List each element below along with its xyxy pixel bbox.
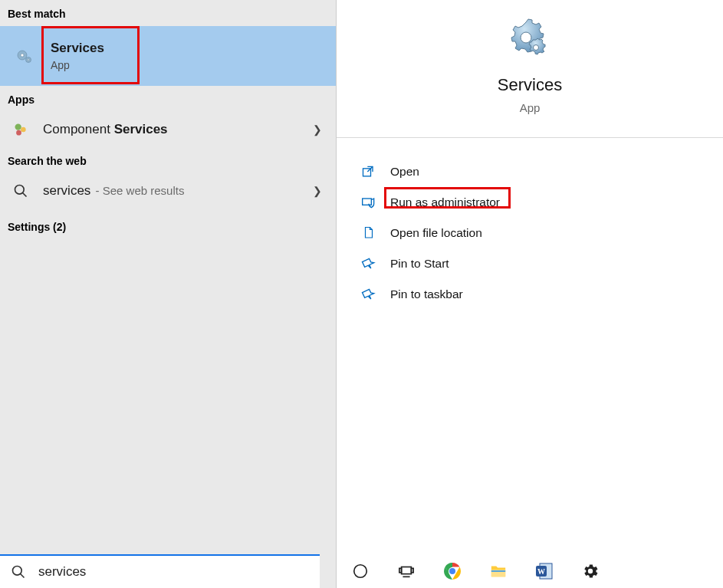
pin-icon: [360, 255, 378, 273]
search-input[interactable]: [38, 564, 309, 580]
apps-heading: Apps: [0, 86, 336, 112]
settings-gear-icon[interactable]: [580, 561, 600, 581]
svg-point-4: [15, 124, 21, 130]
svg-text:W: W: [537, 567, 545, 576]
svg-rect-24: [491, 570, 505, 572]
chevron-right-icon: ❯: [313, 185, 327, 197]
task-view-icon[interactable]: [396, 561, 416, 581]
svg-point-1: [21, 54, 24, 57]
search-results-panel: Best match Services App Apps: [0, 0, 336, 588]
details-header: Services App: [337, 0, 723, 138]
details-panel: Services App Open: [336, 0, 723, 588]
svg-point-6: [16, 130, 21, 136]
action-open-location[interactable]: Open file location: [360, 218, 700, 248]
action-pin-start-label: Pin to Start: [390, 257, 449, 271]
chrome-icon[interactable]: [442, 561, 462, 581]
svg-rect-18: [411, 568, 413, 573]
best-match-title: Services: [51, 41, 104, 56]
best-match-heading: Best match: [0, 0, 336, 26]
svg-rect-14: [363, 199, 372, 205]
svg-point-11: [521, 32, 531, 43]
action-open-location-label: Open file location: [390, 226, 482, 240]
svg-point-7: [15, 186, 25, 195]
best-match-services[interactable]: Services App: [0, 26, 336, 86]
action-run-admin[interactable]: Run as administrator: [360, 187, 700, 218]
gears-icon: [507, 18, 553, 64]
svg-line-8: [23, 193, 27, 197]
gears-icon: [9, 41, 38, 71]
shield-icon: [360, 193, 378, 212]
apps-item-label: Component Services: [43, 122, 168, 137]
action-open-label: Open: [390, 165, 419, 179]
component-services-icon: [9, 118, 32, 141]
details-title: Services: [498, 75, 562, 95]
web-item-label: services - See web results: [43, 183, 184, 199]
action-list: Open Run as administrator: [337, 138, 723, 328]
action-pin-start[interactable]: Pin to Start: [360, 248, 700, 279]
cortana-icon[interactable]: [350, 561, 370, 581]
svg-point-28: [588, 569, 593, 573]
open-icon: [360, 163, 378, 181]
action-open[interactable]: Open: [360, 156, 700, 187]
search-icon: [11, 564, 26, 580]
pin-icon: [360, 285, 378, 304]
svg-point-12: [534, 45, 539, 51]
svg-point-5: [21, 127, 26, 133]
word-icon[interactable]: W: [534, 561, 554, 581]
best-match-subtitle: App: [51, 59, 104, 71]
svg-point-15: [354, 565, 367, 578]
apps-item-component-services[interactable]: Component Services ❯: [0, 112, 336, 147]
action-run-admin-label: Run as administrator: [390, 195, 500, 209]
settings-heading[interactable]: Settings (2): [0, 209, 336, 239]
svg-rect-17: [399, 568, 402, 573]
folder-icon: [360, 224, 378, 242]
web-item-services[interactable]: services - See web results ❯: [0, 173, 336, 209]
action-pin-taskbar[interactable]: Pin to taskbar: [360, 279, 700, 310]
web-heading: Search the web: [0, 147, 336, 173]
file-explorer-icon[interactable]: [488, 561, 508, 581]
chevron-right-icon: ❯: [313, 123, 327, 136]
svg-line-10: [21, 574, 25, 578]
taskbar: W: [337, 554, 723, 588]
search-bar[interactable]: [0, 554, 320, 588]
svg-point-9: [13, 567, 22, 576]
svg-rect-16: [402, 567, 412, 574]
action-pin-taskbar-label: Pin to taskbar: [390, 287, 463, 301]
svg-point-22: [449, 568, 455, 574]
details-subtitle: App: [520, 101, 541, 114]
svg-point-3: [28, 59, 29, 61]
search-icon: [9, 179, 32, 202]
